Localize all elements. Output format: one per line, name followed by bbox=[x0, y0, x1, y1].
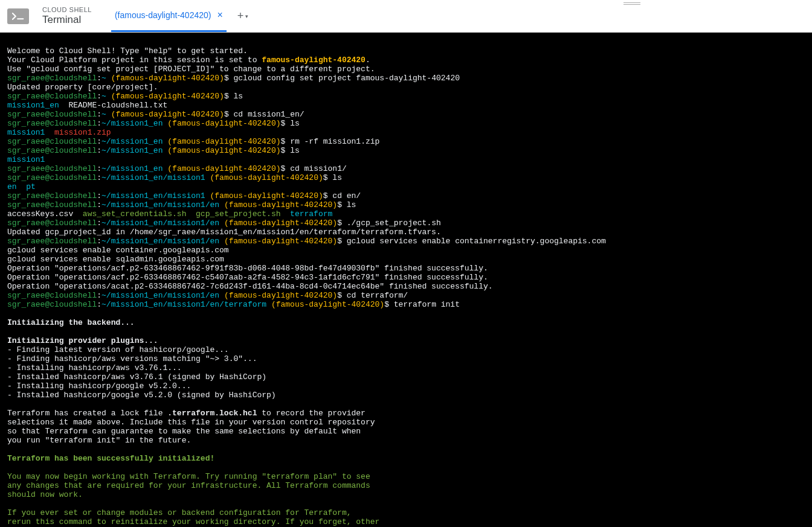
ls-entry: accessKeys.csv bbox=[7, 209, 83, 219]
drag-handle-icon[interactable] bbox=[624, 2, 640, 5]
topbar: CLOUD SHELL Terminal (famous-daylight-40… bbox=[0, 0, 812, 33]
prompt-user: sgr_raee@cloudshell bbox=[7, 74, 97, 83]
ls-entry: gcp_set_project.sh bbox=[186, 209, 290, 219]
terminal-line: Initializing the backend... bbox=[7, 318, 135, 327]
terminal-output[interactable]: Welcome to Cloud Shell! Type "help" to g… bbox=[0, 33, 812, 527]
terminal-line: Welcome to Cloud Shell! Type "help" to g… bbox=[7, 46, 248, 56]
project-name: famous-daylight-402420 bbox=[262, 56, 366, 65]
ls-entry: mission1_en bbox=[7, 101, 59, 110]
tab-label: (famous-daylight-402420) bbox=[115, 10, 211, 20]
command: cd mission1/ bbox=[285, 164, 346, 173]
command: gcloud services enable containerregistry… bbox=[342, 237, 606, 246]
terminal-text: . bbox=[366, 56, 370, 65]
cloud-shell-icon bbox=[7, 8, 29, 24]
command: gcloud config set project famous-dayligh… bbox=[229, 74, 460, 83]
ls-entry: mission1 bbox=[7, 155, 45, 164]
terminal-line: - Installed hashicorp/aws v3.76.1 (signe… bbox=[7, 372, 266, 382]
command: ls bbox=[328, 173, 342, 182]
tab-project[interactable]: (famous-daylight-402420) × bbox=[111, 0, 227, 32]
ls-entry: mission1.zip bbox=[54, 128, 111, 137]
command: terraform init bbox=[389, 300, 460, 309]
command: ./gcp_set_project.sh bbox=[342, 219, 441, 228]
chevron-down-icon: ▾ bbox=[245, 13, 248, 19]
ls-entry: mission1 bbox=[7, 128, 45, 137]
command: cd mission1_en/ bbox=[229, 110, 304, 119]
terminal-line: Use "gcloud config set project [PROJECT_… bbox=[7, 65, 375, 74]
prompt-path: ~ bbox=[102, 74, 106, 83]
command: ls bbox=[285, 119, 299, 128]
terminal-line: rerun this command to reinitialize your … bbox=[7, 517, 379, 526]
terminal-label: Terminal bbox=[42, 14, 92, 26]
terminal-line: - Finding latest version of hashicorp/go… bbox=[7, 345, 229, 354]
terminal-line: gcloud services enable sqladmin.googleap… bbox=[7, 255, 224, 264]
terminal-line: - Finding hashicorp/aws versions matchin… bbox=[7, 354, 257, 363]
terraform-success: Terraform has been successfully initiali… bbox=[7, 454, 214, 463]
terminal-line: Updated gcp_project_id in /home/sgr_raee… bbox=[7, 228, 441, 237]
terminal-line: any changes that are required for your i… bbox=[7, 481, 370, 490]
plus-icon: + bbox=[237, 10, 244, 22]
terminal-line: Initializing provider plugins... bbox=[7, 336, 158, 345]
terminal-line: - Installed hashicorp/google v5.2.0 (sig… bbox=[7, 391, 276, 400]
terminal-line: Operation "operations/acf.p2-63346886746… bbox=[7, 264, 488, 273]
ls-entry: README-cloudshell.txt bbox=[59, 101, 167, 110]
terminal-line: Updated property [core/project]. bbox=[7, 83, 158, 92]
command: ls bbox=[285, 146, 299, 155]
terminal-line: You may now begin working with Terraform… bbox=[7, 472, 370, 481]
ls-entry: pt bbox=[17, 182, 36, 191]
cloud-shell-label: CLOUD SHELL bbox=[42, 6, 92, 14]
close-icon[interactable]: × bbox=[217, 10, 222, 20]
prompt-project: (famous-daylight-402420) bbox=[111, 74, 224, 83]
new-tab-button[interactable]: + ▾ bbox=[237, 10, 249, 22]
terminal-line: - Installing hashicorp/aws v3.76.1... bbox=[7, 363, 182, 372]
terminal-line: Operation "operations/acf.p2-63346886746… bbox=[7, 273, 488, 282]
terminal-line: gcloud services enable container.googlea… bbox=[7, 246, 229, 255]
command: cd terraform/ bbox=[342, 291, 408, 300]
ls-entry: aws_set_credentials.sh bbox=[83, 209, 187, 219]
command: ls bbox=[229, 92, 243, 101]
ls-entry: en bbox=[7, 182, 17, 191]
terminal-line: Your Cloud Platform project in this sess… bbox=[7, 56, 262, 65]
terminal-line: selections it made above. Include this f… bbox=[7, 418, 375, 427]
terminal-line: should now work. bbox=[7, 490, 83, 499]
terminal-line: Terraform has created a lock file bbox=[7, 409, 167, 418]
terminal-line: If you ever set or change modules or bac… bbox=[7, 508, 352, 517]
command: ls bbox=[342, 200, 356, 209]
command: rm -rf mission1.zip bbox=[285, 137, 379, 146]
ls-entry: terraform bbox=[290, 209, 332, 219]
terminal-line: - Installing hashicorp/google v5.2.0... bbox=[7, 382, 191, 391]
terminal-line: you run "terraform init" in the future. bbox=[7, 436, 191, 445]
command: cd en/ bbox=[328, 191, 361, 200]
terminal-line: Operation "operations/acat.p2-6334688674… bbox=[7, 282, 493, 291]
terminal-line: so that Terraform can guarantee to make … bbox=[7, 427, 361, 436]
